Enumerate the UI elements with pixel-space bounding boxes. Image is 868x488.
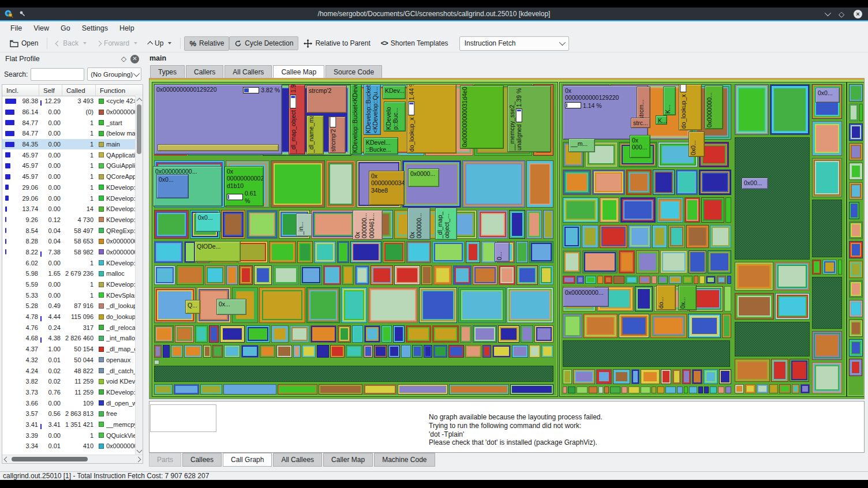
- horizontal-scrollbar[interactable]: [2, 455, 143, 463]
- maximize-icon[interactable]: ◇: [839, 10, 844, 18]
- treemap-tile[interactable]: [610, 386, 620, 393]
- treemap-tile[interactable]: [628, 225, 651, 248]
- treemap-cell[interactable]: 0x0...: [156, 174, 189, 198]
- treemap-tile[interactable]: [757, 384, 768, 393]
- treemap-cell[interactable]: KDev...: [383, 85, 406, 99]
- tab-callee-map[interactable]: Callee Map: [273, 65, 324, 78]
- treemap-tile[interactable]: [631, 369, 639, 384]
- table-row[interactable]: 4.684.382 826 460_int_mallo: [2, 333, 136, 344]
- treemap-cell[interactable]: 0x00...: [742, 178, 768, 189]
- column-header-function[interactable]: Function: [96, 85, 143, 96]
- up-button[interactable]: Up: [143, 36, 177, 50]
- table-row[interactable]: 3.730.7611 259KDevelop::: [2, 387, 136, 398]
- treemap-cell[interactable]: 0x0000000034034be8: [369, 171, 405, 205]
- treemap-tile[interactable]: [701, 197, 724, 223]
- treemap-tile[interactable]: [725, 386, 731, 393]
- treemap-tile[interactable]: [849, 300, 863, 317]
- treemap-tile[interactable]: [686, 225, 709, 248]
- treemap-tile[interactable]: [677, 386, 683, 393]
- treemap-tile[interactable]: [613, 276, 624, 284]
- treemap-tile[interactable]: [725, 197, 731, 223]
- treemap-tile[interactable]: [626, 276, 638, 284]
- treemap-cell[interactable]: K...: [656, 115, 667, 125]
- treemap-tile[interactable]: [424, 345, 432, 358]
- treemap-cell[interactable]: _dl_name_match_p1.04 %: [306, 115, 324, 155]
- table-row[interactable]: 5.981.652 679 236malloc: [2, 268, 136, 279]
- treemap-cell[interactable]: _in...: [296, 213, 312, 237]
- treemap-tile[interactable]: [453, 265, 472, 285]
- treemap-tile[interactable]: [517, 265, 538, 285]
- treemap-tile[interactable]: [676, 170, 698, 195]
- vertical-scrollbar-thumb[interactable]: [137, 104, 141, 154]
- treemap-tile[interactable]: [849, 241, 863, 258]
- table-row[interactable]: 4.784.44115 096do_lookup: [2, 311, 136, 322]
- treemap-tile[interactable]: [577, 276, 584, 284]
- treemap-tile[interactable]: [466, 241, 480, 263]
- treemap-tile[interactable]: [381, 325, 392, 343]
- treemap-tile[interactable]: [271, 325, 289, 343]
- menu-item-view[interactable]: View: [28, 22, 55, 34]
- treemap-tile[interactable]: [689, 386, 697, 393]
- treemap-tile[interactable]: [582, 225, 598, 248]
- treemap-tile[interactable]: [699, 276, 705, 284]
- treemap-cell[interactable]: _dl_map_object_...: [435, 208, 457, 240]
- treemap-tile[interactable]: [401, 345, 411, 358]
- treemap-tile[interactable]: [388, 345, 400, 358]
- treemap-tile[interactable]: [534, 325, 553, 343]
- treemap-tile[interactable]: [639, 276, 650, 284]
- treemap-tile[interactable]: [682, 369, 691, 384]
- treemap-tile[interactable]: [563, 225, 581, 248]
- treemap-tile[interactable]: [668, 225, 685, 248]
- treemap-tile[interactable]: [735, 359, 770, 382]
- treemap-tile[interactable]: [269, 241, 296, 263]
- treemap-tile[interactable]: [563, 250, 581, 273]
- treemap-tile[interactable]: [541, 345, 553, 358]
- treemap-tile[interactable]: [239, 265, 253, 285]
- treemap-cell[interactable]: strcmp'20.43 %: [328, 117, 346, 153]
- treemap-cell[interactable]: do_lookup_x1.44 %: [407, 84, 457, 153]
- treemap-tile[interactable]: [177, 265, 204, 285]
- treemap-cell[interactable]: 0x00000000002d1b100.61 %: [225, 166, 264, 207]
- treemap-tile[interactable]: [297, 241, 313, 263]
- treemap-cell[interactable]: 0x0000000...: [705, 85, 723, 129]
- table-row[interactable]: 5.280.4987 916_dl_lookup: [2, 301, 136, 311]
- treemap-tile[interactable]: [636, 250, 659, 273]
- dock-close-icon[interactable]: ✕: [130, 55, 139, 63]
- treemap-tile[interactable]: [460, 325, 472, 343]
- treemap-cell[interactable]: Q...: [185, 300, 200, 314]
- treemap-tile[interactable]: [293, 345, 301, 358]
- column-header-self[interactable]: Self: [39, 85, 62, 96]
- treemap-tile[interactable]: [585, 276, 596, 284]
- treemap-tile[interactable]: [619, 250, 635, 273]
- treemap-tile[interactable]: [684, 197, 700, 223]
- treemap-tile[interactable]: [246, 325, 270, 343]
- treemap-tile[interactable]: [770, 84, 810, 135]
- table-row[interactable]: 3.820.0211 259void KDev: [2, 376, 136, 387]
- scroll-up-icon[interactable]: [137, 98, 143, 104]
- treemap-tile[interactable]: [704, 369, 718, 384]
- tab-call-graph[interactable]: Call Graph: [223, 453, 272, 467]
- treemap-tile[interactable]: [341, 287, 367, 323]
- treemap-tile[interactable]: [589, 386, 597, 393]
- treemap-tile[interactable]: [260, 345, 275, 358]
- treemap-tile[interactable]: [306, 287, 340, 323]
- table-row[interactable]: 84.770.001_start: [2, 117, 136, 128]
- treemap-tile[interactable]: [657, 386, 664, 393]
- treemap-tile[interactable]: [790, 359, 809, 382]
- table-row[interactable]: 13.740.0014KDevelop::: [2, 204, 136, 215]
- treemap-tile[interactable]: [498, 325, 519, 343]
- treemap-tile[interactable]: [653, 170, 675, 195]
- treemap-tile[interactable]: [300, 265, 322, 285]
- treemap-cell[interactable]: KDevelop::Bucket<KDevel...: [350, 84, 362, 155]
- minimize-icon[interactable]: [825, 10, 831, 16]
- treemap-cell[interactable]: 0x...: [678, 285, 697, 310]
- treemap-tile[interactable]: [326, 160, 356, 208]
- treemap-tile[interactable]: [174, 384, 199, 395]
- float-dock-icon[interactable]: ◇: [121, 55, 126, 63]
- treemap-cell[interactable]: 0x00000000001292201.14 %: [563, 85, 648, 140]
- treemap-tile[interactable]: [529, 345, 540, 358]
- treemap-tile[interactable]: [688, 314, 721, 338]
- treemap-cell[interactable]: 0x0...: [815, 88, 840, 103]
- treemap-tile[interactable]: [543, 210, 553, 239]
- table-row[interactable]: 5.330.001KDevSplas: [2, 290, 136, 301]
